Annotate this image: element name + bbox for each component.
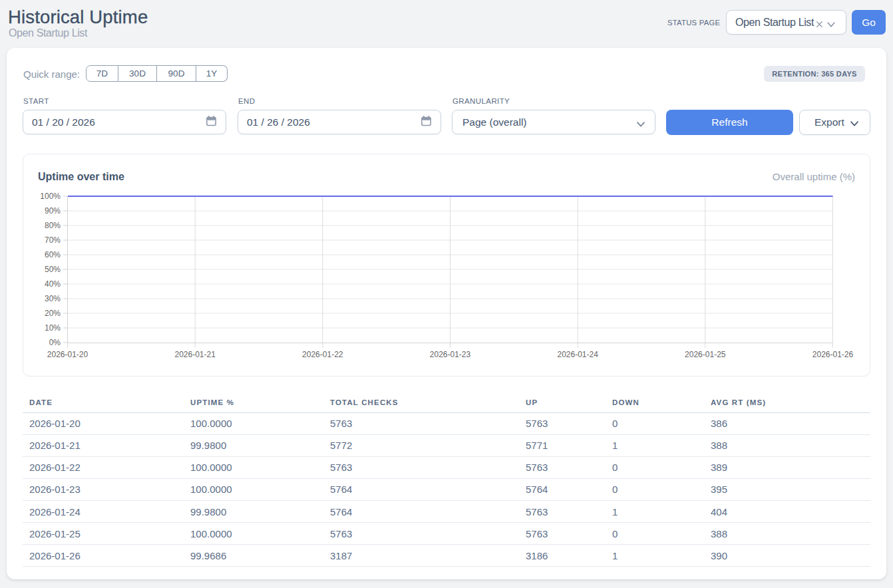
svg-text:2026-01-22: 2026-01-22: [302, 350, 343, 359]
svg-text:30%: 30%: [45, 294, 61, 303]
svg-text:100%: 100%: [40, 192, 61, 201]
svg-text:2026-01-21: 2026-01-21: [175, 350, 216, 359]
svg-text:2026-01-20: 2026-01-20: [47, 350, 89, 359]
svg-text:0%: 0%: [49, 338, 61, 347]
svg-text:80%: 80%: [45, 221, 61, 230]
svg-text:50%: 50%: [45, 265, 61, 274]
svg-text:2026-01-25: 2026-01-25: [685, 350, 726, 359]
svg-text:2026-01-24: 2026-01-24: [558, 350, 599, 359]
svg-text:20%: 20%: [45, 309, 61, 318]
svg-text:2026-01-26: 2026-01-26: [812, 350, 854, 359]
svg-text:90%: 90%: [45, 206, 61, 216]
svg-text:60%: 60%: [45, 250, 61, 259]
svg-text:2026-01-23: 2026-01-23: [430, 350, 471, 359]
svg-text:40%: 40%: [45, 279, 61, 289]
svg-text:10%: 10%: [45, 323, 61, 333]
svg-text:70%: 70%: [45, 235, 61, 245]
